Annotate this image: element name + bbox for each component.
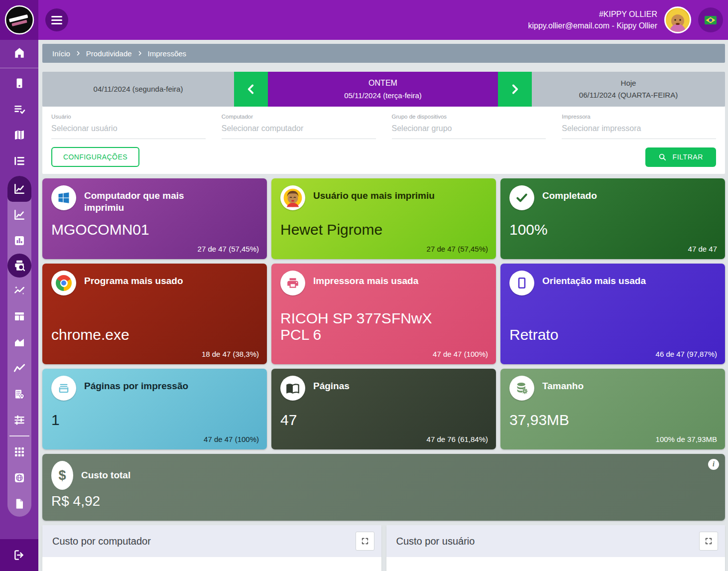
date-previous[interactable]: 04/11/2024 (segunda-feira) <box>42 72 234 107</box>
printer-icon <box>280 271 305 295</box>
card-title: Programa mais usado <box>84 271 183 287</box>
filter-device-group-select[interactable]: Grupo de dispositivos Selecionar grupo <box>387 114 551 139</box>
card-footer: 18 de 47 (38,3%) <box>202 350 259 358</box>
sidebar-footer <box>0 539 38 571</box>
card-footer: 47 de 47 <box>688 245 717 253</box>
chevron-left-icon <box>244 83 257 96</box>
user-info: #KIPPY OLLIER kippy.ollier@email.com - K… <box>528 8 657 31</box>
previous-day-button[interactable] <box>234 72 268 107</box>
check-icon <box>509 185 534 210</box>
sidebar-item-dashboard-columns[interactable] <box>7 303 31 329</box>
sidebar-item-logs[interactable] <box>6 148 32 174</box>
card-title: Páginas <box>313 376 350 392</box>
sidebar-item-line-chart[interactable] <box>7 355 31 381</box>
filter-user-label: Usuário <box>51 114 206 120</box>
panel-cost-by-user: Custo por usuário <box>386 525 726 571</box>
card-footer: 27 de 47 (57,45%) <box>427 245 488 253</box>
card-title: Páginas por impressão <box>84 376 188 392</box>
next-date-label: 06/11/2024 (QUARTA-FEIRA) <box>579 89 678 101</box>
next-day-label: Hoje <box>621 77 636 89</box>
filter-computer-label: Computador <box>222 114 376 120</box>
chevron-right-icon <box>75 50 81 56</box>
open-book-icon <box>280 376 305 401</box>
stat-card-size: Tamanho 37,93MB 100% de 37,93MB <box>500 369 725 449</box>
sidebar-item-home[interactable] <box>6 40 32 66</box>
sidebar-item-insights[interactable] <box>7 278 31 303</box>
sidebar-item-statistics[interactable] <box>7 228 31 254</box>
sidebar-item-productivity[interactable] <box>7 176 31 202</box>
sidebar-item-apps-grid[interactable] <box>7 439 31 465</box>
filter-panel: Usuário Selecionar usuário Computador Se… <box>42 107 725 174</box>
card-value: 100% <box>509 221 716 252</box>
sidebar-item-tune[interactable] <box>7 407 31 433</box>
chevron-right-icon <box>137 50 143 56</box>
user-name: #KIPPY OLLIER <box>528 8 657 20</box>
breadcrumb-section[interactable]: Produtividade <box>86 49 132 58</box>
breadcrumb-home[interactable]: Início <box>52 49 70 58</box>
info-icon[interactable]: i <box>708 459 719 470</box>
sidebar-item-tasks[interactable] <box>6 96 32 122</box>
stat-card-top-program: Programa mais usado chrome.exe 18 de 47 … <box>42 264 267 364</box>
sidebar-item-document[interactable] <box>7 491 31 517</box>
sidebar-item-logout[interactable] <box>6 542 32 568</box>
date-next[interactable]: Hoje 06/11/2024 (QUARTA-FEIRA) <box>532 72 725 107</box>
stat-card-top-user: Usuário que mais imprimiu Hewet Pigrome … <box>271 178 496 259</box>
sidebar-item-print-reports[interactable] <box>7 254 31 278</box>
language-flag-button[interactable] <box>698 7 723 32</box>
filter-user-placeholder: Selecionar usuário <box>51 124 206 139</box>
panel-title: Custo por usuário <box>396 536 475 547</box>
settings-button[interactable]: CONFIGURAÇÕES <box>51 147 139 167</box>
fullscreen-icon[interactable] <box>699 532 718 551</box>
sidebar-item-globe[interactable] <box>7 465 31 491</box>
filter-user-select[interactable]: Usuário Selecionar usuário <box>46 114 211 139</box>
date-current: ONTEM 05/11/2024 (terça-feira) <box>268 72 498 107</box>
user-detail: kippy.ollier@email.com - Kippy Ollier <box>528 20 657 31</box>
search-icon <box>658 153 667 161</box>
filter-printer-label: Impressora <box>562 114 716 120</box>
next-day-button[interactable] <box>498 72 532 107</box>
card-title: Computador que mais imprimiu <box>84 185 220 214</box>
stat-card-orientation: Orientação mais usada Retrato 46 de 47 (… <box>500 264 725 364</box>
panel-title: Custo por computador <box>52 536 151 547</box>
filter-button-label: FILTRAR <box>673 153 704 161</box>
stat-card-top-computer: Computador que mais imprimiu MGOCOMN01 2… <box>42 178 267 259</box>
sidebar-item-productivity-charts[interactable] <box>7 202 31 228</box>
sidebar-item-area-chart[interactable] <box>7 329 31 355</box>
previous-date-label: 04/11/2024 (segunda-feira) <box>94 83 183 95</box>
sidebar-item-devices[interactable] <box>6 70 32 96</box>
card-footer: 47 de 47 (100%) <box>204 435 259 443</box>
breadcrumb-page: Impressões <box>148 49 187 58</box>
card-footer: 47 de 47 (100%) <box>433 350 488 358</box>
card-title: Tamanho <box>542 376 584 392</box>
sidebar-reports-group <box>7 176 31 517</box>
stat-card-total-cost: $ Custo total R$ 4,92 i <box>42 454 725 521</box>
filter-printer-select[interactable]: Impressora Selecionar impressora <box>557 114 721 139</box>
current-day-label: ONTEM <box>368 77 397 90</box>
avatar[interactable] <box>664 6 691 33</box>
sidebar-item-map[interactable] <box>6 122 32 148</box>
sidebar-strip-divider <box>9 435 29 436</box>
top-header: #KIPPY OLLIER kippy.ollier@email.com - K… <box>0 0 728 40</box>
panel-chart-area <box>42 557 381 571</box>
user-avatar-icon <box>280 185 305 210</box>
chrome-icon <box>51 271 76 295</box>
card-footer: 100% de 37,93MB <box>656 435 717 443</box>
chevron-right-icon <box>508 83 521 96</box>
card-footer: 47 de 76 (61,84%) <box>427 435 488 443</box>
filter-printer-placeholder: Selecionar impressora <box>562 124 716 139</box>
sidebar <box>0 40 38 571</box>
filter-device-group-placeholder: Selecionar grupo <box>392 124 546 139</box>
panel-cost-by-computer: Custo por computador <box>42 525 381 571</box>
filter-computer-placeholder: Selecionar computador <box>222 124 376 139</box>
filter-computer-select[interactable]: Computador Selecionar computador <box>217 114 381 139</box>
dollar-icon: $ <box>51 461 73 490</box>
breadcrumb: Início Produtividade Impressões <box>42 44 725 63</box>
stat-card-top-printer: Impressora mais usada RICOH SP 377SFNwX … <box>271 264 496 364</box>
menu-hamburger-icon[interactable] <box>45 8 68 31</box>
filter-button[interactable]: FILTRAR <box>645 147 717 167</box>
app-logo[interactable] <box>0 0 38 40</box>
brazil-flag-icon <box>705 16 717 24</box>
fullscreen-icon[interactable] <box>356 532 374 551</box>
card-title: Orientação mais usada <box>542 271 646 287</box>
sidebar-item-building-location[interactable] <box>7 381 31 407</box>
